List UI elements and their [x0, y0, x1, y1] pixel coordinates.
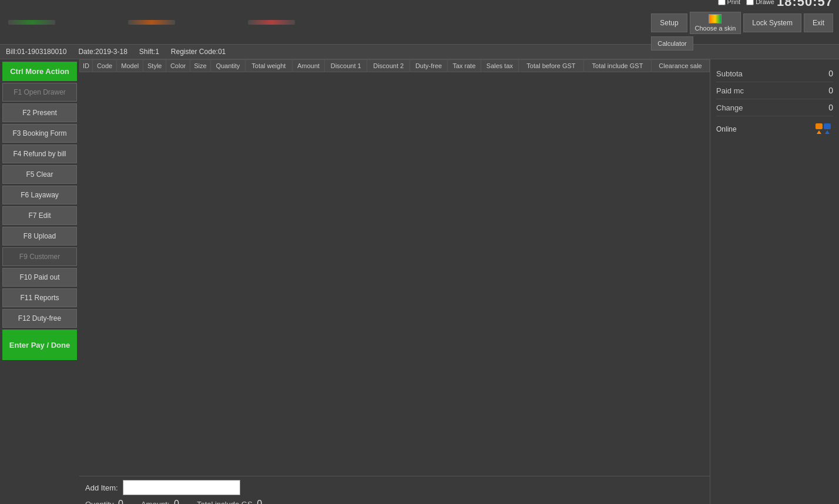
- online-icon: [814, 121, 833, 137]
- col-clearance-sale: Clearance sale: [652, 60, 710, 72]
- f1-open-drawer-button[interactable]: F1 Open Drawer: [2, 83, 77, 102]
- online-status-icon: [814, 121, 833, 137]
- add-item-row: Add Item:: [85, 480, 704, 495]
- col-model: Model: [117, 60, 143, 72]
- f7-edit-button[interactable]: F7 Edit: [2, 206, 77, 225]
- add-item-label: Add Item:: [85, 483, 118, 492]
- col-color: Color: [166, 60, 190, 72]
- print-label: Print: [727, 0, 741, 5]
- choose-skin-button[interactable]: Choose a skin: [690, 12, 741, 34]
- col-id: ID: [80, 60, 93, 72]
- top-header: Print Drawe 18:50:57 Setup Choose a skin…: [0, 0, 839, 45]
- col-total-include-gst: Total include GST: [583, 60, 651, 72]
- svg-rect-1: [824, 123, 831, 129]
- col-total-before-gst: Total before GST: [519, 60, 584, 72]
- col-discount2: Discount 2: [367, 60, 410, 72]
- svg-rect-0: [815, 123, 823, 129]
- draw-label: Drawe: [756, 0, 774, 5]
- col-style: Style: [143, 60, 166, 72]
- paid-mc-label: Paid mc: [716, 86, 744, 95]
- online-row: Online: [716, 121, 833, 137]
- col-size: Size: [190, 60, 211, 72]
- f12-duty-free-button[interactable]: F12 Duty-free: [2, 309, 77, 328]
- sidebar: Ctrl More Action F1 Open Drawer F2 Prese…: [0, 59, 79, 504]
- col-tax-rate: Tax rate: [448, 60, 481, 72]
- online-label: Online: [716, 125, 737, 133]
- col-code: Code: [93, 60, 117, 72]
- content-area: ID Code Model Style Color Size Quantity …: [79, 59, 710, 504]
- skin-icon: [709, 14, 721, 23]
- col-total-weight: Total weight: [245, 60, 292, 72]
- paid-mc-value: 0: [828, 86, 833, 95]
- col-amount: Amount: [292, 60, 324, 72]
- draw-checkbox[interactable]: [746, 0, 754, 5]
- exit-button[interactable]: Exit: [804, 14, 833, 32]
- enter-pay-done-button[interactable]: Enter Pay / Done: [2, 330, 77, 360]
- bill-date: Date:2019-3-18: [78, 48, 127, 56]
- bill-number: Bill:01-1903180010: [6, 48, 66, 56]
- calculator-button[interactable]: Calculator: [651, 36, 693, 51]
- footer-stats: Quantity 0 Amount: 0 Total include GS 0: [85, 499, 704, 504]
- print-draw-row: Print Drawe: [718, 0, 774, 5]
- bill-register: Register Code:01: [171, 48, 226, 56]
- f11-reports-button[interactable]: F11 Reports: [2, 288, 77, 307]
- amount-label: Amount:: [141, 500, 169, 504]
- change-value: 0: [828, 103, 833, 112]
- amount-stat: Amount: 0: [141, 499, 179, 504]
- quantity-value: 0: [118, 499, 123, 504]
- svg-marker-2: [817, 130, 821, 134]
- f3-booking-form-button[interactable]: F3 Booking Form: [2, 124, 77, 143]
- col-discount1: Discount 1: [325, 60, 367, 72]
- col-sales-tax: Sales tax: [481, 60, 518, 72]
- col-duty-free: Duty-free: [410, 60, 447, 72]
- print-checkbox-label[interactable]: Print: [718, 0, 741, 5]
- f8-upload-button[interactable]: F8 Upload: [2, 227, 77, 246]
- f10-paid-out-button[interactable]: F10 Paid out: [2, 268, 77, 287]
- setup-button[interactable]: Setup: [651, 14, 687, 32]
- f6-layaway-button[interactable]: F6 Layaway: [2, 186, 77, 204]
- draw-checkbox-label[interactable]: Drawe: [746, 0, 774, 5]
- main-layout: Ctrl More Action F1 Open Drawer F2 Prese…: [0, 59, 839, 504]
- total-gst-value: 0: [257, 499, 262, 504]
- paid-mc-row: Paid mc 0: [716, 82, 833, 99]
- change-label: Change: [716, 103, 743, 112]
- print-checkbox[interactable]: [718, 0, 726, 5]
- items-table: ID Code Model Style Color Size Quantity …: [79, 59, 710, 72]
- add-item-input[interactable]: [123, 480, 240, 495]
- total-gst-stat: Total include GS 0: [197, 499, 262, 504]
- ctrl-more-action-button[interactable]: Ctrl More Action: [2, 62, 77, 81]
- bill-shift: Shift:1: [139, 48, 159, 56]
- quantity-label: Quantity: [85, 500, 113, 504]
- f5-clear-button[interactable]: F5 Clear: [2, 165, 77, 184]
- subtotal-row: Subtota 0: [716, 65, 833, 82]
- f9-customer-button[interactable]: F9 Customer: [2, 247, 77, 266]
- col-quantity: Quantity: [210, 60, 245, 72]
- amount-value: 0: [174, 499, 179, 504]
- total-gst-label: Total include GS: [197, 500, 253, 504]
- items-table-area: ID Code Model Style Color Size Quantity …: [79, 59, 710, 476]
- change-row: Change 0: [716, 99, 833, 116]
- lock-system-button[interactable]: Lock System: [743, 14, 801, 32]
- clock-display: 18:50:57: [777, 0, 833, 9]
- subtotal-label: Subtota: [716, 69, 743, 78]
- choose-skin-label: Choose a skin: [695, 25, 736, 32]
- summary-panel: Subtota 0 Paid mc 0 Change 0 Online: [710, 59, 839, 504]
- f2-present-button[interactable]: F2 Present: [2, 103, 77, 122]
- f4-refund-by-bill-button[interactable]: F4 Refund by bill: [2, 145, 77, 163]
- quantity-stat: Quantity 0: [85, 499, 123, 504]
- svg-marker-3: [825, 130, 830, 134]
- footer-area: Add Item: Quantity 0 Amount: 0 Total inc…: [79, 476, 710, 504]
- subtotal-value: 0: [828, 69, 833, 78]
